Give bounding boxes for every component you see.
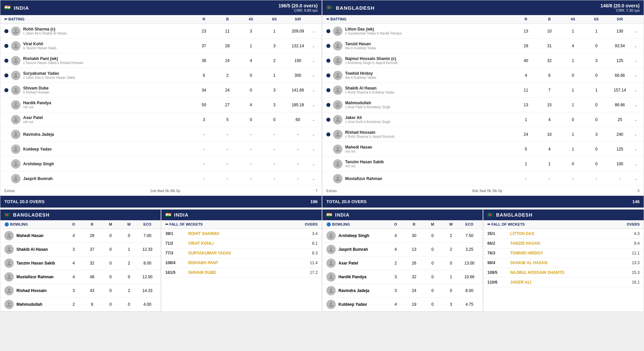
player-name: Hardik Pandya	[338, 275, 366, 279]
chevron-down-icon[interactable]: ⌄	[310, 117, 318, 122]
table-row: Kuldeep Yadav 4 19 0 3 4.75	[322, 298, 483, 311]
fours: 0	[561, 162, 585, 166]
table-row: Mahmudullah c Axar Patel b Arshdeep Sing…	[322, 98, 644, 112]
list-item: 161/5 SHIVAM DUBE 17.2	[161, 268, 322, 278]
chevron-down-icon[interactable]: ⌄	[310, 147, 318, 152]
table-row: Ravindra Jadeja 3 24 0 0 8.00	[322, 284, 483, 298]
runs: 32	[83, 261, 101, 266]
svg-point-20	[337, 162, 339, 164]
fow-overs: 13.3	[632, 260, 640, 265]
svg-point-16	[337, 103, 339, 105]
fours: 3	[239, 29, 263, 34]
player-name: Mahmudullah	[16, 302, 42, 307]
overs: 4	[386, 233, 405, 238]
chevron-down-icon[interactable]: ⌄	[310, 58, 318, 63]
chevron-down-icon[interactable]: ⌄	[632, 73, 640, 78]
svg-point-15	[337, 88, 339, 90]
fow-player: JAKER ALI	[507, 280, 632, 285]
svg-point-28	[330, 233, 332, 236]
wickets: 1	[442, 275, 460, 279]
fow-overs: 15.3	[632, 270, 640, 275]
wickets: 2	[120, 288, 138, 293]
bangladesh-total: TOTAL 20.0 OVERS 146	[322, 196, 644, 208]
table-row: Axar Patel not out 3 5 0 0 60 ⌄	[0, 112, 322, 127]
balls: 24	[216, 58, 239, 63]
avatar	[11, 115, 20, 124]
strike-rate: 125	[608, 147, 632, 152]
player-name: Tanzid Hasan	[345, 42, 514, 46]
player-info: Rishad Hossain c Rohit Sharma b Jasprit …	[326, 130, 514, 139]
player-info: Mahmudullah	[4, 300, 64, 309]
bangladesh-batting-header: ✏ BATTING R B 4S 6S S/R	[322, 15, 644, 24]
runs: 34	[192, 88, 216, 93]
wickets: 1	[120, 247, 138, 252]
player-name: Litton Das (wk)	[345, 27, 514, 32]
overs: 4	[64, 275, 83, 279]
runs: -	[192, 147, 216, 152]
chevron-down-icon[interactable]: ⌄	[632, 103, 640, 107]
sixes: 1	[585, 88, 608, 93]
chevron-down-icon[interactable]: ⌄	[632, 176, 640, 181]
fow-overs: 8.3	[312, 251, 318, 255]
fow-score: 109/5	[487, 270, 507, 275]
6s-header: 6S	[263, 17, 286, 21]
player-info: Tanzid Hasan lbw b Kuldeep Yadav	[326, 41, 514, 51]
strike-rate: 66.66	[608, 73, 632, 78]
chevron-down-icon[interactable]: ⌄	[632, 58, 640, 63]
balls: 27	[216, 103, 239, 107]
chevron-down-icon[interactable]: ⌄	[632, 117, 640, 122]
fours: 1	[561, 147, 585, 152]
fow-player: RISHABH PANT	[185, 260, 310, 265]
player-dismissal: lbw b Kuldeep Yadav	[345, 46, 514, 50]
chevron-down-icon[interactable]: ⌄	[632, 29, 640, 34]
chevron-down-icon[interactable]: ⌄	[310, 103, 318, 107]
chevron-down-icon[interactable]: ⌄	[632, 147, 640, 152]
chevron-down-icon[interactable]: ⌄	[632, 162, 640, 166]
table-row: Hardik Pandya 3 32 0 1 10.66	[322, 270, 483, 284]
chevron-down-icon[interactable]: ⌄	[310, 29, 318, 34]
chevron-down-icon[interactable]: ⌄	[310, 176, 318, 181]
balls: 10	[538, 29, 561, 34]
avatar	[4, 272, 14, 282]
chevron-down-icon[interactable]: ⌄	[310, 44, 318, 48]
player-name: Hardik Pandya	[23, 101, 192, 105]
out-indicator	[326, 44, 330, 48]
fow-score: 35/1	[487, 231, 507, 236]
chevron-down-icon[interactable]: ⌄	[632, 88, 640, 93]
bangladesh-fow-panel: 🇧🇩 BANGLADESH ✏ FALL OF WICKETS OVERS 35…	[483, 209, 644, 312]
chevron-down-icon[interactable]: ⌄	[632, 132, 640, 137]
bangladesh-bowling-cols: 🔵 BOWLING O R M W ECO	[0, 220, 161, 229]
out-indicator	[326, 118, 330, 122]
sixes: 1	[263, 29, 286, 34]
chevron-down-icon[interactable]: ⌄	[310, 162, 318, 166]
fours: 1	[561, 58, 585, 63]
out-indicator	[326, 29, 330, 33]
bangladesh-total-value: 146	[632, 199, 640, 204]
table-row: Mahmudullah 2 8 0 0 4.00	[0, 298, 161, 311]
india-batting-card: 🇮🇳 INDIA 196/5 (20.0 overs) CRR: 9.80 rp…	[0, 0, 322, 208]
fow-overs: 8.1	[312, 241, 318, 246]
table-row: Mustafizur Rahman 4 48 0 0 12.00	[0, 270, 161, 284]
player-name: Ravindra Jadeja	[338, 288, 369, 293]
chevron-down-icon[interactable]: ⌄	[310, 73, 318, 78]
india-batting-header: ✏ BATTING R B 4S 6S S/R	[0, 15, 322, 24]
avatar	[333, 71, 342, 80]
strike-rate: 100	[608, 162, 632, 166]
avatar	[11, 174, 20, 183]
list-item: 35/1 LITTON DAS 4.3	[483, 229, 644, 239]
bangladesh-crr: CRR: 7.30 rpo	[600, 8, 640, 12]
player-info: Kuldeep Yadav	[4, 144, 192, 154]
bangladesh-fow-cols: ✏ FALL OF WICKETS OVERS	[483, 220, 644, 229]
chevron-down-icon[interactable]: ⌄	[310, 132, 318, 137]
table-row: Tanzim Hasan Sakib 4 32 0 2 8.00	[0, 256, 161, 270]
fours: 0	[239, 73, 263, 78]
fow-player: NAJMUL HOSSAIN SHANTO	[507, 270, 632, 275]
avatar	[326, 272, 336, 282]
chevron-down-icon[interactable]: ⌄	[310, 88, 318, 93]
india-score-info: 196/5 (20.0 overs) CRR: 9.80 rpo	[278, 3, 318, 12]
player-info: Jasprit Bumrah	[326, 245, 386, 254]
chevron-down-icon[interactable]: ⌄	[632, 44, 640, 48]
bangladesh-fow-flag: 🇧🇩	[487, 212, 493, 218]
india-total: TOTAL 20.0 OVERS 196	[0, 196, 322, 208]
player-info: Rishad Hossain	[4, 286, 64, 295]
